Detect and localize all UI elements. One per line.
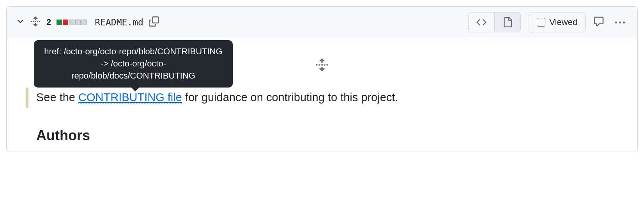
contributing-link[interactable]: CONTRIBUTING file [78, 91, 182, 104]
diff-block-neutral [81, 20, 87, 25]
viewed-checkbox[interactable] [537, 18, 545, 27]
rendered-line-text: See the CONTRIBUTING file for guidance o… [36, 88, 398, 108]
filename-label[interactable]: README.md [95, 17, 143, 27]
href-diff-tooltip: href: /octo-org/octo-repo/blob/CONTRIBUT… [34, 40, 233, 87]
kebab-dot [615, 21, 617, 23]
kebab-dot [623, 21, 625, 23]
viewed-toggle[interactable]: Viewed [529, 12, 586, 32]
text-prefix: See the [36, 91, 78, 104]
header-left-group: 2 README.md [16, 16, 159, 29]
comment-button[interactable] [593, 16, 604, 29]
header-right-group: Viewed [468, 12, 628, 32]
more-options-button[interactable] [612, 18, 628, 27]
file-icon [502, 17, 513, 27]
code-icon [476, 17, 487, 27]
unfold-icon [315, 58, 329, 72]
expand-all-button[interactable] [30, 16, 41, 29]
viewed-label: Viewed [549, 17, 577, 27]
copy-path-button[interactable] [149, 16, 159, 28]
copy-icon [149, 16, 159, 27]
diff-stat-blocks [57, 20, 87, 25]
text-suffix: for guidance on contributing to this pro… [182, 91, 398, 104]
diff-block-neutral [69, 20, 74, 25]
comment-icon [593, 16, 604, 27]
change-count: 2 [46, 17, 51, 27]
display-mode-toggle [468, 12, 521, 32]
file-header: 2 README.md [7, 7, 637, 38]
diff-block-deleted [63, 20, 68, 25]
rendered-view-button[interactable] [495, 13, 520, 32]
changed-line-row: href: /octo-org/octo-repo/blob/CONTRIBUT… [7, 88, 637, 108]
authors-heading: Authors [36, 127, 637, 144]
collapse-toggle[interactable] [16, 17, 25, 27]
unfold-icon [30, 16, 41, 27]
file-body: href: /octo-org/octo-repo/blob/CONTRIBUT… [7, 38, 637, 152]
change-marker [26, 88, 28, 108]
file-diff-container: 2 README.md [6, 6, 638, 152]
diff-block-neutral [75, 20, 81, 25]
diff-block-added [57, 20, 62, 25]
chevron-down-icon [16, 17, 25, 26]
kebab-dot [619, 21, 621, 23]
heading-row: Authors [7, 108, 637, 152]
source-view-button[interactable] [469, 13, 495, 32]
